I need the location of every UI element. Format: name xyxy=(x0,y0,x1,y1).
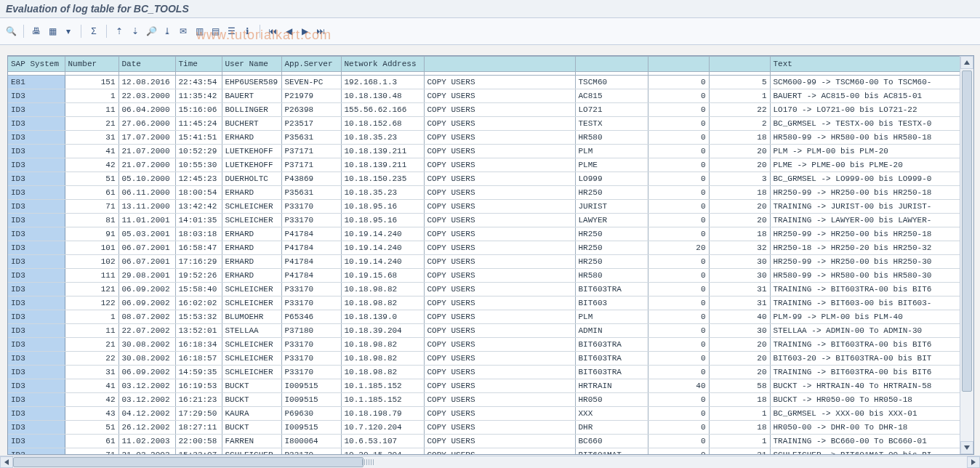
cell-act: COPY USERS xyxy=(424,448,575,455)
cell-app: P41784 xyxy=(281,227,341,241)
table-row[interactable]: ID34304.12.200217:29:50KAURAP6963010.18.… xyxy=(8,407,960,421)
col-header-n2[interactable] xyxy=(709,57,770,72)
col-header-net[interactable]: Network Address xyxy=(341,57,424,72)
sort-asc-button[interactable]: ⇡ xyxy=(113,25,126,38)
first-page-button[interactable]: ⏮ xyxy=(266,25,279,38)
table-row[interactable]: ID34121.07.200010:52:29LUETKEHOFFP371711… xyxy=(8,145,960,158)
cell-net: 10.18.95.16 xyxy=(341,200,424,214)
cell-num: 122 xyxy=(65,296,119,310)
table-row[interactable]: ID36111.02.200322:00:58FARRENI80006410.6… xyxy=(8,435,960,448)
cell-n2: 30 xyxy=(709,269,770,283)
table-row[interactable]: ID34203.12.200216:21:23BUCKTI00951510.1.… xyxy=(8,393,960,407)
table-row[interactable]: ID34103.12.200216:19:53BUCKTI00951510.1.… xyxy=(8,379,960,393)
hscroll-thumb[interactable] xyxy=(13,457,364,467)
col-header-date[interactable]: Date xyxy=(119,57,175,72)
hscroll-grip-icon xyxy=(362,459,374,465)
col-header-num[interactable]: Number xyxy=(65,57,119,72)
cell-user: ERHARD xyxy=(222,269,281,283)
export-button[interactable]: ⤓ xyxy=(161,25,174,38)
cell-n1: 0 xyxy=(648,117,709,131)
vertical-scrollbar[interactable] xyxy=(960,56,973,454)
cell-num: 91 xyxy=(65,227,119,241)
cell-user: SCHLEICHER xyxy=(222,338,281,352)
col-header-text[interactable]: Text xyxy=(770,57,960,72)
table-row[interactable]: ID33117.07.200015:41:51ERHARDP3563110.18… xyxy=(8,131,960,145)
cell-n2: 20 xyxy=(709,352,770,366)
table-row[interactable]: ID3108.07.200215:53:32BLUMOEHRP6534610.1… xyxy=(8,310,960,324)
cell-act: COPY USERS xyxy=(424,338,575,352)
table-row[interactable]: ID31122.07.200213:52:01STELLAAP3718010.1… xyxy=(8,324,960,338)
cell-net: 10.18.39.204 xyxy=(341,324,424,338)
table-row[interactable]: ID34221.07.200010:55:30LUETKEHOFFP371711… xyxy=(8,158,960,172)
table-row[interactable]: ID35126.12.200218:27:11BUCKTI00951510.7.… xyxy=(8,421,960,435)
table-row[interactable]: ID37121.03.200315:33:07SCHLEICHERP331701… xyxy=(8,448,960,455)
cell-text: HR250-18 -> HR250-20 bis HR250-32 xyxy=(770,241,960,255)
table-body: E8115112.08.201622:43:54EHP6USER589SEVEN… xyxy=(8,72,960,455)
print-preview-button[interactable]: 🖶 xyxy=(30,25,43,38)
table-row[interactable]: ID36106.11.200018:00:54ERHARDP3563110.18… xyxy=(8,186,960,200)
table-row[interactable]: ID39105.03.200118:03:18ERHARDP4178410.19… xyxy=(8,227,960,241)
horizontal-scrollbar[interactable] xyxy=(0,456,980,468)
table-row[interactable]: ID3122.03.200011:35:42BAUERTP2197910.18.… xyxy=(8,89,960,103)
scroll-up-button[interactable] xyxy=(960,56,973,69)
cell-grp: AC815 xyxy=(575,89,648,103)
cell-text: SCM600-99 -> TSCM60-00 To TSCM60- xyxy=(770,76,960,89)
scroll-right-button[interactable] xyxy=(967,456,980,468)
col-header-grp[interactable] xyxy=(575,57,648,72)
scroll-thumb[interactable] xyxy=(962,70,972,392)
scroll-left-button[interactable] xyxy=(0,456,13,468)
table-row[interactable]: ID32130.08.200216:18:34SCHLEICHERP331701… xyxy=(8,338,960,352)
sort-desc-button[interactable]: ⇣ xyxy=(129,25,142,38)
select-layout-button[interactable]: ▤ xyxy=(209,25,222,38)
filter-button[interactable]: ▾ xyxy=(62,25,75,38)
find-button[interactable]: 🔎 xyxy=(145,25,158,38)
col-header-sys[interactable]: SAP System xyxy=(8,57,65,72)
hscroll-track[interactable] xyxy=(13,457,967,467)
cell-user: SCHLEICHER xyxy=(222,200,281,214)
cell-grp: XXX xyxy=(575,407,648,421)
next-page-button[interactable]: ▶ xyxy=(298,25,311,38)
table-row[interactable]: ID32230.08.200216:18:57SCHLEICHERP331701… xyxy=(8,352,960,366)
layout-button[interactable]: ▥ xyxy=(193,25,206,38)
details-button[interactable]: 🔍 xyxy=(4,25,17,38)
cell-app: P37180 xyxy=(281,324,341,338)
columns-button[interactable]: ☰ xyxy=(225,25,238,38)
table-row[interactable]: ID37113.11.200013:42:42SCHLEICHERP331701… xyxy=(8,200,960,214)
cell-n2: 5 xyxy=(709,76,770,89)
cell-n1: 0 xyxy=(648,448,709,455)
table-row[interactable]: ID310206.07.200117:16:29ERHARDP4178410.1… xyxy=(8,255,960,269)
table-row[interactable]: ID38111.01.200114:01:35SCHLEICHERP331701… xyxy=(8,214,960,227)
cell-text: HR580-99 -> HR580-00 bis HR580-30 xyxy=(770,269,960,283)
cell-time: 14:59:35 xyxy=(175,366,222,379)
table-row[interactable]: ID312206.09.200216:02:02SCHLEICHERP33170… xyxy=(8,296,960,310)
info-button[interactable]: ℹ xyxy=(241,25,254,38)
table-row[interactable]: ID310106.07.200116:58:47ERHARDP4178410.1… xyxy=(8,241,960,255)
table-row[interactable]: ID32127.06.200011:45:24BUCHERTP2351710.1… xyxy=(8,117,960,131)
col-header-app[interactable]: App.Server xyxy=(281,57,341,72)
table-row[interactable]: ID312106.09.200215:58:40SCHLEICHERP33170… xyxy=(8,283,960,296)
prev-page-button[interactable]: ◀ xyxy=(282,25,295,38)
table-row[interactable]: ID35105.10.200012:45:23DUERHOLTCP4386910… xyxy=(8,172,960,186)
cell-app: P69630 xyxy=(281,407,341,421)
col-header-time[interactable]: Time xyxy=(175,57,222,72)
mail-button[interactable]: ✉ xyxy=(177,25,190,38)
table-row[interactable]: ID311129.08.200119:52:26ERHARDP4178410.1… xyxy=(8,269,960,283)
cell-time: 13:52:01 xyxy=(175,324,222,338)
table-row[interactable]: E8115112.08.201622:43:54EHP6USER589SEVEN… xyxy=(8,76,960,89)
print-button[interactable]: ▦ xyxy=(46,25,59,38)
table-row[interactable]: ID31106.04.200015:16:06BOLLINGERP2639815… xyxy=(8,103,960,117)
sum-button[interactable]: Σ xyxy=(87,25,100,38)
cell-date: 13.11.2000 xyxy=(119,200,175,214)
cell-app: I009515 xyxy=(281,379,341,393)
cell-text: BAUERT -> AC815-00 bis AC815-01 xyxy=(770,89,960,103)
cell-num: 71 xyxy=(65,200,119,214)
scroll-down-button[interactable] xyxy=(960,441,973,454)
col-header-user[interactable]: User Name xyxy=(222,57,281,72)
last-page-button[interactable]: ⏭ xyxy=(314,25,327,38)
cell-user: BLUMOEHR xyxy=(222,310,281,324)
table-row[interactable]: ID33106.09.200214:59:35SCHLEICHERP331701… xyxy=(8,366,960,379)
log-table-scroll[interactable]: SAP SystemNumberDateTimeUser NameApp.Ser… xyxy=(8,56,960,454)
col-header-act[interactable] xyxy=(424,57,575,72)
col-header-n1[interactable] xyxy=(648,57,709,72)
cell-time: 16:02:02 xyxy=(175,296,222,310)
